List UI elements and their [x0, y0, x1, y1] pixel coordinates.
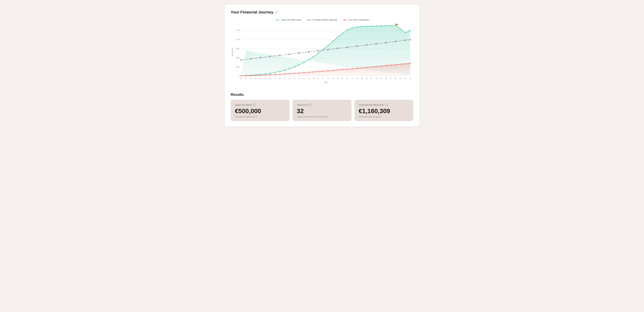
legend-item-contributions: Your Total Contributions: [342, 19, 369, 21]
party-emoji: 🎉: [394, 24, 399, 26]
svg-text:900K: 900K: [236, 48, 240, 50]
svg-text:600K: 600K: [236, 57, 240, 59]
svg-point-90: [279, 55, 280, 56]
svg-text:30: 30: [240, 78, 242, 79]
svg-point-100: [376, 43, 377, 44]
svg-point-86: [240, 60, 242, 61]
results-grid: Target Net Worth ⓘ €500,000 The amount n…: [231, 100, 413, 121]
svg-point-80: [386, 25, 387, 26]
svg-point-88: [260, 57, 261, 58]
svg-point-73: [352, 28, 353, 28]
svg-text:65: 65: [409, 78, 411, 79]
svg-text:54: 54: [356, 78, 358, 79]
svg-point-128: [352, 68, 353, 69]
results-section: Results Target Net Worth ⓘ €500,000 The …: [231, 92, 413, 121]
svg-text:45: 45: [313, 78, 314, 79]
svg-point-62: [298, 64, 300, 66]
svg-point-134: [380, 66, 382, 66]
svg-text:35: 35: [264, 78, 266, 79]
svg-point-103: [405, 40, 406, 41]
svg-text:39: 39: [284, 78, 286, 79]
svg-point-112: [274, 74, 276, 75]
result-card-projected: Projected Net Worth at FI ⓘ €1,160,309 E…: [354, 100, 413, 121]
svg-text:48: 48: [327, 78, 329, 79]
svg-text:63: 63: [400, 78, 401, 79]
legend-dot-red: [344, 19, 346, 20]
svg-point-102: [395, 41, 396, 42]
svg-point-79: [380, 25, 382, 26]
svg-text:62: 62: [395, 78, 396, 79]
svg-text:40: 40: [288, 78, 290, 79]
title-info-icon[interactable]: ⓘ: [275, 11, 278, 14]
legend-line-red: [342, 20, 347, 20]
svg-point-126: [342, 69, 343, 70]
target-info-icon[interactable]: ⓘ: [253, 103, 256, 106]
svg-point-117: [298, 72, 300, 74]
svg-point-92: [298, 52, 300, 54]
svg-point-135: [386, 65, 387, 66]
page-title: Your Financial Journey: [231, 10, 274, 14]
svg-point-94: [318, 50, 319, 51]
svg-point-109: [260, 75, 261, 76]
svg-point-110: [265, 74, 266, 76]
legend-label-yearly: Yearly Net Worth Goals: [281, 19, 301, 21]
svg-point-74: [356, 26, 358, 28]
svg-point-118: [303, 72, 304, 73]
svg-point-93: [308, 51, 310, 52]
svg-point-129: [356, 68, 358, 69]
svg-point-113: [279, 74, 280, 75]
svg-point-120: [313, 71, 314, 72]
svg-text:50: 50: [337, 78, 338, 79]
svg-point-123: [328, 70, 329, 72]
svg-point-127: [347, 68, 348, 70]
chart-legend: Yearly Net Worth Goals FI Target (Inflat…: [231, 19, 413, 21]
svg-text:41: 41: [294, 78, 295, 79]
svg-point-124: [332, 70, 334, 71]
svg-point-76: [366, 26, 367, 27]
svg-text:300K: 300K: [236, 66, 240, 68]
svg-point-78: [376, 26, 377, 27]
svg-text:53: 53: [351, 78, 353, 79]
svg-point-89: [270, 56, 271, 57]
svg-point-121: [318, 71, 319, 72]
svg-point-107: [250, 75, 252, 76]
svg-point-119: [308, 72, 310, 73]
svg-text:47: 47: [322, 78, 324, 79]
svg-point-61: [294, 66, 295, 68]
result-label-projected: Projected Net Worth at FI ⓘ: [359, 103, 409, 106]
svg-point-136: [390, 64, 392, 66]
svg-point-104: [410, 39, 411, 40]
svg-text:49: 49: [332, 78, 334, 79]
svg-point-138: [400, 64, 401, 65]
result-label-years: Years to FI ⓘ: [297, 103, 347, 106]
svg-point-87: [250, 58, 252, 60]
legend-label-fi: FI Target (Inflation-Adjusted): [312, 19, 337, 21]
result-card-target-net-worth: Target Net Worth ⓘ €500,000 The amount n…: [231, 100, 290, 121]
years-info-icon[interactable]: ⓘ: [308, 103, 311, 106]
svg-text:33: 33: [255, 78, 256, 79]
svg-point-60: [289, 68, 290, 69]
svg-point-56: [270, 73, 271, 74]
svg-point-95: [328, 49, 329, 50]
svg-point-58: [279, 71, 280, 72]
svg-point-116: [294, 73, 295, 74]
projected-info-icon[interactable]: ⓘ: [385, 103, 388, 106]
svg-point-77: [371, 26, 372, 27]
results-title: Results: [231, 92, 413, 97]
svg-point-139: [405, 63, 406, 64]
result-sub-projected: Estimated value at age 62: [359, 116, 409, 118]
svg-text:57: 57: [371, 78, 372, 79]
svg-point-99: [366, 44, 367, 46]
svg-point-96: [337, 48, 338, 49]
result-sub-years: Target reached in 32 years at age 62: [297, 116, 347, 118]
svg-text:32: 32: [250, 78, 252, 79]
legend-label-contributions: Your Total Contributions: [348, 19, 369, 21]
svg-point-68: [328, 45, 329, 46]
svg-text:Age: Age: [324, 81, 328, 83]
result-value-projected: €1,160,309: [359, 108, 409, 115]
svg-text:61: 61: [390, 78, 392, 79]
svg-point-122: [322, 70, 324, 72]
svg-point-97: [347, 47, 348, 48]
svg-point-137: [395, 64, 396, 65]
svg-point-69: [332, 41, 334, 42]
